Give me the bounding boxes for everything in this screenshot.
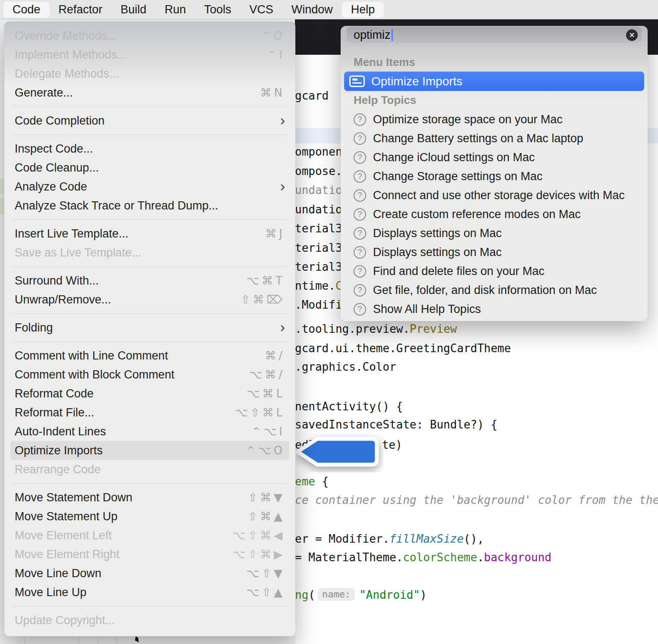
menu-item-shortcut: ⌥⇧▲ (246, 586, 285, 599)
indent-guide (98, 636, 98, 644)
menu-item-label: Insert Live Template... (15, 227, 128, 241)
menubar-item-code[interactable]: Code (3, 2, 50, 18)
submenu-chevron-icon: › (280, 319, 285, 334)
menu-item-label: Implement Methods... (15, 48, 127, 62)
help-topic-displays-settings-on-mac[interactable]: ?Displays settings on Mac (341, 243, 648, 262)
menu-item-label: Analyze Stack Trace or Thread Dump... (15, 199, 218, 213)
text-caret (392, 29, 393, 41)
project-tree-sliver (0, 179, 4, 194)
menu-item-shortcut: ⌃O (262, 29, 285, 42)
help-circle-icon: ? (354, 265, 366, 278)
help-circle-icon: ? (354, 227, 366, 240)
code-line: .Modifi (295, 296, 342, 313)
help-topic-label: Change Battery settings on a Mac laptop (373, 132, 583, 145)
help-topic-create-custom-reference-modes-on-mac[interactable]: ?Create custom reference modes on Mac (341, 205, 648, 224)
help-topic-label: Displays settings on Mac (373, 227, 502, 240)
menu-item-label: Code Cleanup... (15, 161, 99, 175)
menu-item-shortcut: ⌥⇧▼ (246, 567, 285, 580)
menu-item-move-statement-down[interactable]: Move Statement Down⇧⌘▼ (10, 488, 289, 507)
menu-item-save-as-live-template: Save as Live Template... (10, 243, 289, 262)
menu-bar: CodeRefactorBuildRunToolsVCSWindowHelp (0, 0, 658, 19)
menu-item-folding[interactable]: Folding› (10, 318, 289, 337)
search-result-optimize-imports[interactable]: Optimize Imports (344, 72, 644, 91)
menu-item-label: Auto-Indent Lines (15, 425, 106, 438)
menu-separator (12, 106, 288, 107)
help-topic-label: Displays settings on Mac (373, 246, 502, 259)
menu-item-shortcut: ⌘J (265, 227, 285, 240)
menu-item-shortcut: ⌥⇧⌘▶ (232, 548, 285, 561)
code-line: ompose. (295, 163, 342, 180)
menu-item-optimize-imports[interactable]: Optimize Imports⌃⌥O (10, 441, 289, 460)
menu-item-surround-with[interactable]: Surround With...⌥⌘T (10, 271, 289, 290)
help-topic-get-file-folder-and-disk-information-on-mac[interactable]: ?Get file, folder, and disk information … (341, 281, 648, 300)
help-circle-icon: ? (354, 246, 366, 259)
help-topic-change-battery-settings-on-a-mac-laptop[interactable]: ?Change Battery settings on a Mac laptop (341, 129, 648, 148)
menubar-item-vcs[interactable]: VCS (240, 2, 282, 18)
code-line: eme { (295, 473, 329, 490)
menu-item-move-element-right: Move Element Right⌥⇧⌘▶ (10, 545, 289, 564)
help-topic-displays-settings-on-mac[interactable]: ?Displays settings on Mac (341, 224, 648, 243)
menu-item-shortcut: ⌃I (267, 48, 285, 61)
help-topic-find-and-delete-files-on-your-mac[interactable]: ?Find and delete files on your Mac (341, 262, 648, 281)
menu-item-shortcut: ⇧⌘▲ (248, 510, 285, 523)
menu-item-analyze-stack-trace-or-thread-dump[interactable]: Analyze Stack Trace or Thread Dump... (10, 196, 289, 215)
menu-item-analyze-code[interactable]: Analyze Code› (10, 177, 289, 196)
menu-item-code-completion[interactable]: Code Completion› (10, 111, 289, 130)
help-topic-label: Find and delete files on your Mac (373, 265, 545, 278)
menu-item-implement-methods: Implement Methods...⌃I (10, 45, 289, 64)
menu-item-label: Override Methods... (15, 29, 117, 43)
help-topic-change-icloud-settings-on-mac[interactable]: ?Change iCloud settings on Mac (341, 148, 648, 167)
menu-item-inspect-code[interactable]: Inspect Code... (10, 139, 289, 158)
menu-item-shortcut: ⇧⌘⌦ (241, 293, 285, 306)
menu-items-section-header: Menu Items (354, 56, 648, 68)
menu-item-rearrange-code: Rearrange Code (10, 460, 289, 479)
menu-item-move-line-down[interactable]: Move Line Down⌥⇧▼ (10, 564, 289, 583)
menu-item-label: Comment with Line Comment (15, 349, 168, 363)
menu-item-label: Rearrange Code (15, 463, 101, 476)
menu-item-shortcut: ⇧⌘▼ (248, 491, 285, 504)
help-topic-label: Get file, folder, and disk information o… (373, 284, 597, 297)
menu-item-label: Delegate Methods... (15, 67, 119, 81)
help-topic-connect-and-use-other-storage-devices-with-mac[interactable]: ?Connect and use other storage devices w… (341, 186, 648, 205)
menu-item-shortcut: ⌃⌥O (246, 444, 285, 457)
menu-item-shortcut: ⌃⌥I (252, 425, 285, 438)
menubar-item-tools[interactable]: Tools (195, 2, 240, 18)
app-window: gcardomponenompose.undatioundatioterial3… (0, 0, 658, 644)
help-search-input[interactable]: optimiz ✕ (347, 27, 642, 43)
menu-separator (12, 341, 288, 342)
menubar-item-help[interactable]: Help (342, 2, 384, 18)
menu-item-reformat-file[interactable]: Reformat File...⌥⇧⌘L (10, 403, 289, 422)
menubar-item-run[interactable]: Run (156, 2, 195, 18)
code-line: terial3 (295, 258, 342, 275)
help-topic-label: Optimize storage space on your Mac (373, 113, 563, 126)
menu-separator (12, 219, 288, 220)
menu-item-generate[interactable]: Generate...⌘N (10, 83, 289, 102)
menu-item-code-cleanup[interactable]: Code Cleanup... (10, 158, 289, 177)
search-result-label: Optimize Imports (371, 75, 463, 88)
menu-item-reformat-code[interactable]: Reformat Code⌥⌘L (10, 384, 289, 403)
parameter-hint-chip: name: (318, 588, 355, 601)
menubar-item-window[interactable]: Window (282, 2, 342, 18)
menu-item-label: Unwrap/Remove... (15, 293, 111, 306)
menu-separator (12, 134, 288, 135)
help-topic-show-all-help-topics[interactable]: ?Show All Help Topics (341, 300, 648, 319)
menu-item-shortcut: ⌘/ (265, 349, 285, 362)
project-tree-sliver (0, 197, 4, 215)
menu-item-insert-live-template[interactable]: Insert Live Template...⌘J (10, 224, 289, 243)
menu-item-move-statement-up[interactable]: Move Statement Up⇧⌘▲ (10, 507, 289, 526)
menu-item-auto-indent-lines[interactable]: Auto-Indent Lines⌃⌥I (10, 422, 289, 441)
menu-item-shortcut: ⌥⇧⌘L (235, 406, 285, 419)
menu-item-label: Optimize Imports (15, 444, 103, 457)
menu-item-move-line-up[interactable]: Move Line Up⌥⇧▲ (10, 583, 289, 602)
help-topic-optimize-storage-space-on-your-mac[interactable]: ?Optimize storage space on your Mac (341, 110, 648, 129)
menubar-item-refactor[interactable]: Refactor (50, 2, 112, 18)
menu-item-unwrap-remove[interactable]: Unwrap/Remove...⇧⌘⌦ (10, 290, 289, 309)
menu-item-comment-with-line-comment[interactable]: Comment with Line Comment⌘/ (10, 346, 289, 365)
menu-item-label: Update Copyright... (15, 614, 115, 627)
clear-search-icon[interactable]: ✕ (626, 29, 638, 41)
menu-item-comment-with-block-comment[interactable]: Comment with Block Comment⌥⌘/ (10, 365, 289, 384)
code-line: = MaterialTheme.colorScheme.background (295, 549, 551, 566)
help-topic-change-storage-settings-on-mac[interactable]: ?Change Storage settings on Mac (341, 167, 648, 186)
menubar-item-build[interactable]: Build (112, 2, 156, 18)
help-circle-icon: ? (354, 113, 366, 126)
